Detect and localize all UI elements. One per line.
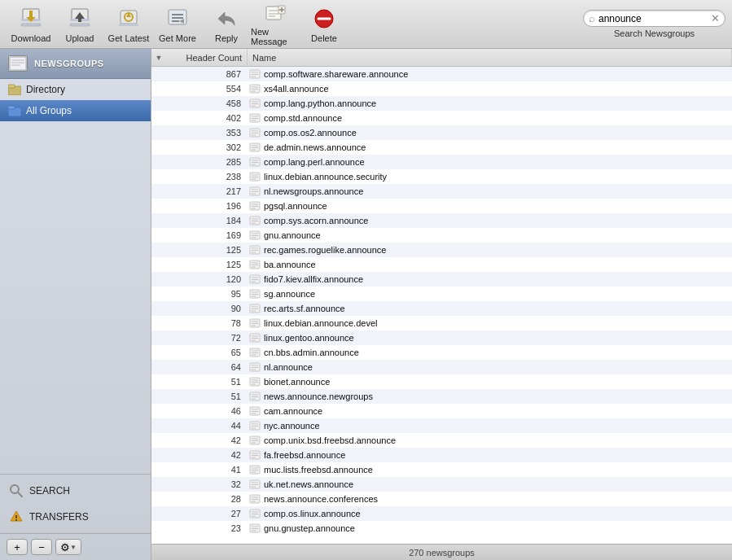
table-row[interactable]: 41 muc.lists.freebsd.announce <box>151 462 732 477</box>
remove-button[interactable]: − <box>31 539 52 555</box>
directory-label: Directory <box>26 84 65 95</box>
table-row[interactable]: 169 gnu.announce <box>151 228 732 243</box>
table-row[interactable]: 28 news.announce.conferences <box>151 492 732 506</box>
row-name: rec.games.roguelike.announce <box>262 245 732 255</box>
sidebar: NEWSGROUPS Directory All Groups <box>0 49 151 560</box>
row-name: nl.announce <box>262 362 732 372</box>
article-icon <box>248 392 262 401</box>
row-name: comp.unix.bsd.freebsd.announce <box>262 435 732 445</box>
table-row[interactable]: 42 fa.freebsd.announce <box>151 448 732 462</box>
table-row[interactable]: 238 linux.debian.announce.security <box>151 169 732 184</box>
table-row[interactable]: 78 linux.debian.announce.devel <box>151 316 732 330</box>
article-icon <box>248 84 262 94</box>
row-count: 44 <box>151 421 248 431</box>
get-more-button[interactable]: Get More <box>153 2 202 46</box>
table-row[interactable]: 353 comp.os.os2.announce <box>151 125 732 140</box>
table-row[interactable]: 51 bionet.announce <box>151 374 732 389</box>
search-input[interactable] <box>598 13 696 24</box>
table-row[interactable]: 125 ba.announce <box>151 257 732 272</box>
table-row[interactable]: 42 comp.unix.bsd.freebsd.announce <box>151 433 732 448</box>
table-row[interactable]: 217 nl.newsgroups.announce <box>151 184 732 199</box>
table-row[interactable]: 65 cn.bbs.admin.announce <box>151 345 732 360</box>
row-name: news.announce.conferences <box>262 494 732 504</box>
new-message-label: New Message <box>251 27 300 46</box>
row-count: 78 <box>151 318 248 328</box>
svg-rect-8 <box>78 19 81 22</box>
table-row[interactable]: 27 comp.os.linux.announce <box>151 506 732 521</box>
table-row[interactable]: 285 comp.lang.perl.announce <box>151 155 732 169</box>
row-name: comp.lang.perl.announce <box>262 157 732 167</box>
content-area: ▼ Header Count Name 867 comp.software.sh… <box>151 49 732 560</box>
article-icon <box>248 377 262 387</box>
svg-rect-72 <box>250 187 260 195</box>
article-icon <box>248 523 262 533</box>
row-count: 41 <box>151 465 248 475</box>
sidebar-item-all-groups[interactable]: All Groups <box>0 100 151 121</box>
table-row[interactable]: 554 xs4all.announce <box>151 81 732 96</box>
sidebar-item-directory[interactable]: Directory <box>0 79 151 100</box>
table-row[interactable]: 196 pgsql.announce <box>151 199 732 213</box>
article-icon <box>248 69 262 79</box>
svg-rect-27 <box>10 57 26 70</box>
search-box-wrap[interactable]: ⌕ ✕ <box>583 10 725 27</box>
upload-button[interactable]: Upload <box>55 2 104 46</box>
table-row[interactable]: 64 nl.announce <box>151 360 732 374</box>
article-icon <box>248 435 262 445</box>
search-section-label: SEARCH <box>29 485 70 497</box>
table-row[interactable]: 867 comp.software.shareware.announce <box>151 67 732 81</box>
row-name: comp.os.os2.announce <box>262 128 732 138</box>
sidebar-section-transfers[interactable]: TRANSFERS <box>0 504 151 530</box>
row-name: rec.arts.sf.announce <box>262 304 732 313</box>
filter-column-header[interactable]: ▼ <box>151 54 166 62</box>
article-icon <box>248 157 262 167</box>
sidebar-actions: + − ⚙ ▼ <box>0 533 151 560</box>
download-button[interactable]: Download <box>7 2 55 46</box>
new-message-button[interactable]: New Message <box>251 2 300 46</box>
table-row[interactable]: 120 fido7.kiev.allfix.announce <box>151 272 732 287</box>
table-row[interactable]: 302 de.admin.news.announce <box>151 140 732 155</box>
table-row[interactable]: 23 gnu.gnustep.announce <box>151 521 732 536</box>
sidebar-section-search[interactable]: SEARCH <box>0 478 151 504</box>
header-count-label: Header Count <box>186 53 243 63</box>
settings-button[interactable]: ⚙ ▼ <box>55 539 81 555</box>
row-count: 90 <box>151 304 248 313</box>
table-row[interactable]: 51 news.announce.newgroups <box>151 389 732 404</box>
add-button[interactable]: + <box>7 539 28 555</box>
article-icon <box>248 450 262 460</box>
svg-rect-156 <box>250 495 260 503</box>
row-name: comp.sys.acorn.announce <box>262 216 732 225</box>
row-count: 867 <box>151 69 248 79</box>
table-row[interactable]: 184 comp.sys.acorn.announce <box>151 213 732 228</box>
table-body[interactable]: 867 comp.software.shareware.announce 554 <box>151 67 732 544</box>
svg-rect-128 <box>250 392 260 400</box>
table-row[interactable]: 72 linux.gentoo.announce <box>151 330 732 345</box>
upload-icon <box>67 6 93 32</box>
row-count: 125 <box>151 245 248 255</box>
row-name: linux.debian.announce.security <box>262 172 732 182</box>
row-name: comp.os.linux.announce <box>262 509 732 518</box>
download-icon <box>18 6 44 32</box>
table-row[interactable]: 32 uk.net.news.announce <box>151 477 732 492</box>
table-row[interactable]: 95 sg.announce <box>151 287 732 301</box>
row-count: 554 <box>151 84 248 94</box>
table-row[interactable]: 458 comp.lang.python.announce <box>151 96 732 111</box>
table-row[interactable]: 125 rec.games.roguelike.announce <box>151 243 732 257</box>
table-row[interactable]: 46 cam.announce <box>151 404 732 418</box>
get-latest-button[interactable]: Get Latest <box>104 2 153 46</box>
reply-button[interactable]: Reply <box>202 2 251 46</box>
delete-label: Delete <box>311 33 337 43</box>
svg-rect-120 <box>250 363 260 371</box>
transfers-section-label: TRANSFERS <box>29 511 89 523</box>
table-row[interactable]: 402 comp.std.announce <box>151 111 732 125</box>
table-row[interactable]: 44 nyc.announce <box>151 418 732 433</box>
row-count: 120 <box>151 274 248 284</box>
search-clear-button[interactable]: ✕ <box>711 12 720 24</box>
newsgroups-header-icon <box>8 55 28 72</box>
svg-rect-136 <box>250 422 260 430</box>
header-count-column[interactable]: Header Count <box>166 49 248 66</box>
name-column[interactable]: Name <box>248 49 732 66</box>
download-label: Download <box>11 33 51 43</box>
delete-button[interactable]: Delete <box>300 2 348 46</box>
row-count: 196 <box>151 201 248 211</box>
table-row[interactable]: 90 rec.arts.sf.announce <box>151 301 732 316</box>
